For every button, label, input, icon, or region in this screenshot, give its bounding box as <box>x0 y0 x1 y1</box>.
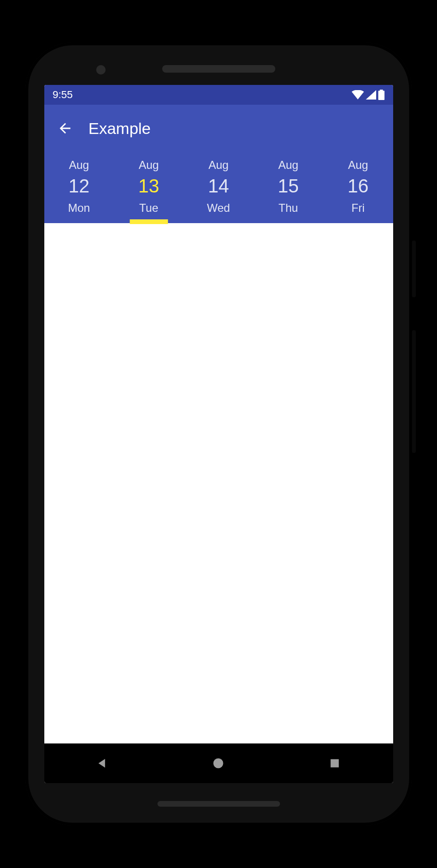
nav-recent-button[interactable] <box>325 753 345 773</box>
date-tab-month: Aug <box>254 159 323 172</box>
system-nav-bar <box>44 743 393 783</box>
app-bar: Example Aug12MonAug13TueAug14WedAug15Thu… <box>44 105 393 223</box>
date-tab[interactable]: Aug12Mon <box>44 152 114 223</box>
date-tab-month: Aug <box>114 159 184 172</box>
side-button <box>412 330 416 453</box>
page-title: Example <box>89 119 151 138</box>
side-button <box>412 241 416 297</box>
battery-icon <box>378 90 385 100</box>
date-tab-dow: Fri <box>323 201 393 215</box>
date-tab[interactable]: Aug16Fri <box>323 152 393 223</box>
status-icons <box>352 90 385 100</box>
screen: 9:55 Example Aug12MonAug13TueAug14WedAug… <box>44 85 393 783</box>
date-tab-day: 12 <box>44 175 114 197</box>
date-tabs: Aug12MonAug13TueAug14WedAug15ThuAug16Fri <box>44 152 393 223</box>
date-tab-day: 14 <box>184 175 254 197</box>
date-tab[interactable]: Aug14Wed <box>184 152 254 223</box>
wifi-icon <box>352 90 364 100</box>
nav-home-button[interactable] <box>208 753 228 773</box>
content-area <box>44 223 393 743</box>
date-tab-month: Aug <box>44 159 114 172</box>
date-tab-month: Aug <box>323 159 393 172</box>
svg-point-0 <box>214 759 223 768</box>
status-time: 9:55 <box>53 89 73 101</box>
date-tab-day: 13 <box>114 175 184 197</box>
triangle-back-icon <box>96 757 109 770</box>
back-button[interactable] <box>54 117 76 140</box>
square-recent-icon <box>329 757 341 769</box>
date-tab-dow: Mon <box>44 201 114 215</box>
circle-home-icon <box>212 757 225 770</box>
date-tab-month: Aug <box>184 159 254 172</box>
nav-back-button[interactable] <box>92 753 112 773</box>
date-tab-dow: Thu <box>254 201 323 215</box>
date-tab-dow: Wed <box>184 201 254 215</box>
date-tab[interactable]: Aug13Tue <box>114 152 184 223</box>
svg-rect-1 <box>330 759 338 767</box>
date-tab-dow: Tue <box>114 201 184 215</box>
date-tab-day: 15 <box>254 175 323 197</box>
phone-frame: 9:55 Example Aug12MonAug13TueAug14WedAug… <box>25 42 412 826</box>
signal-icon <box>366 90 376 100</box>
arrow-back-icon <box>57 120 73 136</box>
date-tab[interactable]: Aug15Thu <box>254 152 323 223</box>
bottom-speaker <box>157 801 280 807</box>
date-tab-day: 16 <box>323 175 393 197</box>
status-bar: 9:55 <box>44 85 393 105</box>
